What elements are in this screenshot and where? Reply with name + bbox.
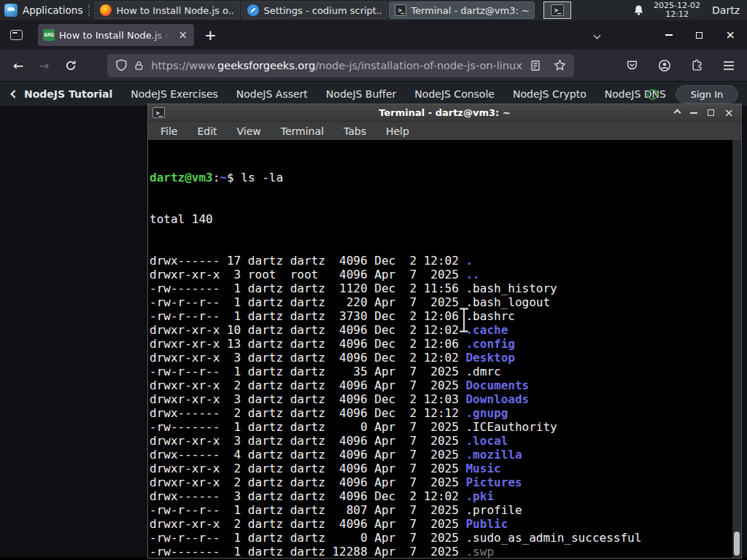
new-tab-button[interactable]: + [204, 26, 217, 44]
terminal-prompt-line: dartz@vm3:~$ ls -la [150, 171, 741, 184]
terminal-listing-row: drwx------ 2 dartz dartz 4096 Dec 2 12:1… [150, 406, 741, 420]
terminal-icon [551, 4, 564, 16]
maximize-icon[interactable] [708, 109, 714, 116]
terminal-listing-row: -rw------- 1 dartz dartz 1120 Dec 2 11:5… [150, 281, 741, 295]
terminal-listing-row: drwxr-xr-x 3 dartz dartz 4096 Dec 2 12:0… [150, 392, 741, 406]
terminal-listing-row: drwxr-xr-x 3 dartz dartz 4096 Dec 2 12:0… [150, 351, 741, 365]
terminal-menu-item[interactable]: View [237, 125, 261, 137]
terminal-icon [152, 107, 165, 118]
terminal-total-line: total 140 [150, 212, 741, 226]
browser-toolbar: ← → https://www.geeksforgeeks.org/node-j… [0, 50, 747, 82]
terminal-listing-row: drwx------ 3 dartz dartz 4096 Dec 2 12:0… [150, 489, 741, 503]
sign-in-button[interactable]: Sign In [676, 85, 738, 104]
prompt-path: ~ [220, 171, 227, 184]
desktop: Applications How to Install Node.js o...… [0, 0, 747, 560]
geeksforgeeks-favicon: GfG [43, 29, 55, 41]
clock[interactable]: 2025-12-02 12:12 [654, 1, 700, 20]
terminal-icon [395, 4, 406, 16]
site-nav-link[interactable]: NodeJS Console [414, 88, 495, 100]
close-icon[interactable]: × [724, 109, 734, 117]
terminal-menu-item[interactable]: File [160, 125, 177, 137]
terminal-listing-row: -rw------- 1 dartz dartz 12288 Apr 7 202… [150, 545, 741, 558]
back-button[interactable]: ← [13, 58, 23, 73]
taskbar: How to Install Node.js o... Settings - c… [94, 0, 536, 20]
terminal-listing-row: drwxr-xr-x 2 dartz dartz 4096 Apr 7 2025… [150, 462, 741, 475]
system-tray: 2025-12-02 12:12 Dartz [543, 0, 747, 20]
terminal-title-bar[interactable]: Terminal - dartz@vm3: ~ × [148, 104, 741, 122]
url-text: https://www.geeksforgeeks.org/node-js/in… [151, 60, 522, 71]
terminal-listing-row: drwx------ 4 dartz dartz 4096 Apr 7 2025… [150, 448, 741, 462]
terminal-scrollbar[interactable] [732, 140, 741, 558]
extensions-icon[interactable] [691, 59, 703, 71]
shade-icon[interactable] [673, 109, 681, 117]
terminal-listing-row: drwxr-xr-x 3 root root 4096 Apr 7 2025 .… [150, 268, 741, 281]
site-nav-link[interactable]: NodeJS Crypto [513, 88, 587, 100]
reload-button[interactable] [65, 60, 77, 71]
pocket-icon[interactable] [626, 59, 638, 71]
search-icon[interactable] [647, 89, 658, 100]
url-bar[interactable]: https://www.geeksforgeeks.org/node-js/in… [107, 54, 574, 77]
minimize-icon[interactable] [665, 34, 673, 36]
window-controls: × [595, 31, 747, 39]
forward-button[interactable]: → [39, 58, 49, 73]
site-nav-link[interactable]: NodeJS Buffer [326, 88, 397, 100]
terminal-menu-item[interactable]: Terminal [281, 125, 324, 137]
terminal-window: Terminal - dartz@vm3: ~ × FileEditViewTe… [147, 104, 742, 559]
terminal-listing-row: drwxr-xr-x 2 dartz dartz 4096 Apr 7 2025… [150, 517, 741, 531]
terminal-listing-row: -rw-r--r-- 1 dartz dartz 3730 Dec 2 12:0… [150, 309, 741, 323]
taskbar-window-button[interactable]: Terminal - dartz@vm3: ~ [389, 1, 535, 19]
terminal-menu-item[interactable]: Edit [197, 125, 217, 137]
chevron-left-icon[interactable] [10, 90, 18, 98]
nav-buttons: ← → [13, 58, 77, 73]
applications-menu[interactable]: Applications [0, 0, 87, 20]
account-icon[interactable] [658, 59, 671, 72]
clock-time: 12:12 [654, 10, 700, 20]
lock-icon[interactable] [133, 60, 144, 71]
panel-separator [88, 4, 91, 16]
tab-close-icon[interactable]: × [177, 28, 189, 42]
applications-label: Applications [23, 4, 82, 16]
firefox-view-icon[interactable] [10, 30, 23, 40]
codium-icon [247, 4, 259, 16]
terminal-listing-row: drwxr-xr-x 3 dartz dartz 4096 Apr 7 2025… [150, 434, 741, 448]
site-nav-link[interactable]: NodeJS Exercises [131, 88, 218, 100]
scrollbar-thumb[interactable] [734, 532, 740, 556]
terminal-output[interactable]: dartz@vm3:~$ ls -la total 140 drwx------… [148, 140, 741, 558]
firefox-icon [100, 4, 112, 16]
taskbar-window-button[interactable]: How to Install Node.js o... [94, 1, 240, 19]
terminal-listing-row: -rw-r--r-- 1 dartz dartz 0 Apr 7 2025 .s… [150, 531, 741, 545]
terminal-menu-item[interactable]: Tabs [344, 125, 366, 137]
prompt-user-host: dartz@vm3 [150, 171, 213, 184]
terminal-listing-row: drwx------ 17 dartz dartz 4096 Dec 2 12:… [150, 254, 741, 268]
site-nav-primary[interactable]: NodeJS Tutorial [12, 88, 112, 100]
browser-tab-bar: GfG How to Install Node.js on × + × [0, 20, 747, 50]
bell-icon[interactable] [632, 4, 645, 17]
terminal-listing-row: -rw-r--r-- 1 dartz dartz 807 Apr 7 2025 … [150, 503, 741, 517]
reader-mode-icon[interactable] [530, 60, 541, 71]
terminal-listing-row: -rw-r--r-- 1 dartz dartz 35 Apr 7 2025 .… [150, 365, 741, 378]
site-navbar: NodeJS Tutorial NodeJS ExercisesNodeJS A… [0, 82, 747, 106]
taskbar-window-button[interactable]: Settings - codium script... [241, 1, 387, 19]
list-all-tabs-icon[interactable] [593, 31, 600, 39]
active-window-tray-icon[interactable] [543, 1, 571, 19]
terminal-listing-row: drwxr-xr-x 2 dartz dartz 4096 Apr 7 2025… [150, 378, 741, 392]
terminal-listing-row: -rw------- 1 dartz dartz 0 Apr 7 2025 .I… [150, 420, 741, 434]
terminal-listing-row: drwxr-xr-x 10 dartz dartz 4096 Dec 2 12:… [150, 323, 741, 337]
shield-icon[interactable] [115, 59, 128, 71]
bookmark-star-icon[interactable] [554, 59, 566, 71]
minimize-icon[interactable] [690, 112, 697, 114]
terminal-listing-row: -rw-r--r-- 1 dartz dartz 220 Apr 7 2025 … [150, 295, 741, 309]
menu-hamburger-icon[interactable] [723, 61, 735, 71]
maximize-icon[interactable] [696, 32, 703, 39]
terminal-window-controls: × [675, 109, 741, 117]
close-icon[interactable]: × [726, 31, 735, 39]
site-nav-right: Sign In [647, 82, 738, 106]
terminal-menu-bar: FileEditViewTerminalTabsHelp [148, 122, 741, 140]
top-panel: Applications How to Install Node.js o...… [0, 0, 747, 20]
prompt-command: ls -la [241, 171, 283, 184]
terminal-menu-item[interactable]: Help [386, 125, 409, 137]
toolbar-extensions-area [626, 59, 747, 72]
browser-tab[interactable]: GfG How to Install Node.js on × [38, 24, 194, 46]
user-menu[interactable]: Dartz [709, 4, 743, 16]
site-nav-link[interactable]: NodeJS Assert [236, 88, 308, 100]
